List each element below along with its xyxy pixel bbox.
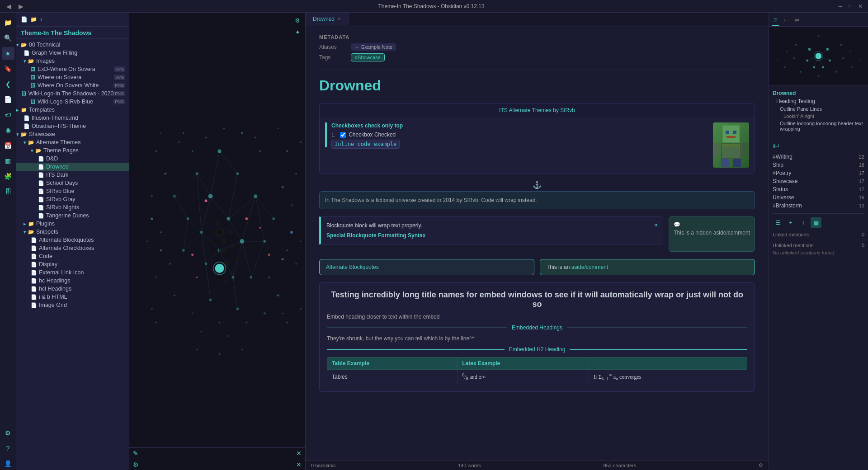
- svg-point-87: [211, 249, 215, 252]
- tree-item-sirvb-gray[interactable]: 📄 SIRvb Gray: [16, 195, 129, 203]
- outline-item-drowned[interactable]: Drowned: [773, 89, 864, 97]
- ribbon-puzzle-icon[interactable]: 🧩: [2, 170, 14, 183]
- tab-drowned[interactable]: Drowned ✕: [306, 13, 349, 25]
- graph-close2-icon[interactable]: ✕: [296, 461, 302, 468]
- rp-plus-icon[interactable]: +: [785, 217, 796, 228]
- tree-item-code[interactable]: 📄 Code: [16, 252, 129, 260]
- tag-row-ship[interactable]: Ship 18: [773, 161, 864, 169]
- tree-item-display[interactable]: 📄 Display: [16, 260, 129, 268]
- its-alternate-themes-link[interactable]: ITS Alternate Themes by SIRvb: [499, 107, 575, 113]
- tree-item-hc-headings[interactable]: 📄 hc Headings: [16, 277, 129, 285]
- sort-icon[interactable]: ↕: [40, 16, 42, 23]
- tag-row-universe[interactable]: Universe 16: [773, 193, 864, 202]
- outline-item-lookin-alright[interactable]: Lookin' Alright: [773, 113, 864, 120]
- ribbon-archive-icon[interactable]: 🗄: [2, 185, 14, 198]
- minimize-button[interactable]: ─: [837, 3, 844, 9]
- aside-link[interactable]: aside/comment: [571, 264, 608, 270]
- blockquote-special: Special Blockquote Formatting Syntax: [326, 232, 649, 239]
- settings-icon-bottom[interactable]: ⚙: [759, 462, 763, 468]
- ribbon-settings-icon[interactable]: ⚙: [2, 427, 14, 439]
- tree-item-sirvb-blue[interactable]: 📄 SIRvb Blue: [16, 187, 129, 195]
- graph-settings-icon[interactable]: ⚙: [292, 15, 302, 25]
- folder-open-icon-4: ▾: [24, 140, 26, 146]
- tree-item-image-grid[interactable]: 📄 Image Grid: [16, 301, 129, 309]
- tree-item-images[interactable]: ▾ 📂 Images: [16, 57, 129, 65]
- tag-row-writing[interactable]: #Writing 22: [773, 153, 864, 161]
- ribbon-calendar-icon[interactable]: 📅: [2, 139, 14, 152]
- outline-item-long-header[interactable]: Outline loooong looooong header text wra…: [773, 120, 864, 132]
- tab-backlinks-icon[interactable]: ←: [781, 14, 791, 26]
- forward-button[interactable]: ▶: [17, 3, 25, 10]
- ribbon-star-icon[interactable]: ★: [2, 47, 14, 60]
- ribbon-chevron-icon[interactable]: ❮: [2, 78, 14, 90]
- ribbon-tag-icon[interactable]: 🏷: [2, 108, 14, 121]
- tree-item-graph-view-filling[interactable]: 📄 Graph View Filling: [16, 49, 129, 57]
- tree-item-drowned[interactable]: 📄 Drowned: [16, 163, 129, 171]
- tree-item-its-dark[interactable]: 📄 ITS Dark: [16, 171, 129, 179]
- graph-pencil-icon[interactable]: ✎: [133, 450, 138, 457]
- svg-point-98: [205, 199, 208, 202]
- ribbon-note-icon[interactable]: 📄: [2, 93, 14, 106]
- checkboxes-heading: Checkboxes check only top: [331, 122, 708, 129]
- tree-item-hcl-headings[interactable]: 📄 hcl Headings: [16, 285, 129, 293]
- rp-grid-icon[interactable]: ▦: [811, 217, 821, 228]
- back-button[interactable]: ◀: [5, 3, 13, 10]
- tag-row-poetry[interactable]: #Poetry 17: [773, 169, 864, 177]
- tag-row-brainstorm[interactable]: #Brainstorm 10: [773, 202, 864, 210]
- rp-up-icon[interactable]: ↑: [798, 217, 809, 228]
- ribbon-bookmark-icon[interactable]: 🔖: [2, 62, 14, 75]
- svg-point-57: [268, 277, 270, 278]
- tree-item-snippets[interactable]: ▾ 📂 Snippets: [16, 228, 129, 236]
- ribbon-table-icon[interactable]: ▦: [2, 155, 14, 167]
- outline-item-heading-testing[interactable]: Heading Testing: [773, 97, 864, 105]
- tags-value[interactable]: #Showcase: [351, 53, 385, 61]
- backlinks-count[interactable]: 0 backlinks: [311, 463, 335, 468]
- ribbon-search-icon[interactable]: 🔍: [2, 32, 14, 44]
- tree-item-where-sovera-white[interactable]: 🖼 Where On Sovera White PNG: [16, 81, 129, 89]
- tree-item-i-b-html[interactable]: 📄 i & b HTML: [16, 293, 129, 301]
- tag-row-status[interactable]: Status 17: [773, 185, 864, 193]
- ribbon-help-icon[interactable]: ?: [2, 442, 14, 455]
- maximize-button[interactable]: □: [847, 3, 854, 9]
- tree-item-wiki-logo-sirvb[interactable]: 🖼 Wiki-Logo-SIRvb-Blue PNG: [16, 98, 129, 106]
- tree-item-alt-checkboxes[interactable]: 📄 Alternate Checkboxes: [16, 244, 129, 252]
- close-button[interactable]: ✕: [857, 3, 863, 9]
- tree-item-00-technical[interactable]: ▾ 📂 00 Technical: [16, 41, 129, 49]
- tree-item-obsidian-its[interactable]: 📄 Obsidian--ITS-Theme: [16, 122, 129, 130]
- tree-item-theme-pages[interactable]: ▾ 📂 Theme Pages: [16, 146, 129, 155]
- linked-mentions-header: Linked mentions 0: [773, 232, 864, 237]
- tree-item-tangerine[interactable]: 📄 Tangerine Dunes: [16, 212, 129, 220]
- tag-row-showcase[interactable]: Showcase 17: [773, 177, 864, 185]
- graph-filter-icon[interactable]: ✦: [292, 27, 302, 37]
- rp-list-icon[interactable]: ☰: [773, 217, 783, 228]
- tree-item-illusion[interactable]: 📄 Illusion-Theme.md: [16, 114, 129, 122]
- tree-item-templates[interactable]: ▸ 📁 Templates: [16, 106, 129, 114]
- ribbon-graph-icon[interactable]: ◉: [2, 124, 14, 136]
- tree-item-wiki-logo[interactable]: 🖼 Wiki-Logo-In The Shadows - 2020 PNG: [16, 89, 129, 98]
- tree-item-alt-blockquotes[interactable]: 📄 Alternate Blockquotes: [16, 236, 129, 244]
- tree-item-external-link[interactable]: 📄 External Link Icon: [16, 268, 129, 277]
- graph-settings2-icon[interactable]: ⚙: [133, 461, 139, 468]
- tab-close-icon[interactable]: ✕: [337, 16, 341, 21]
- tree-item-plugins[interactable]: ▸ 📁 Plugins: [16, 220, 129, 228]
- tree-item-school-days[interactable]: 📄 School Days: [16, 179, 129, 187]
- tree-item-showcase[interactable]: ▾ 📂 Showcase: [16, 130, 129, 138]
- ribbon-files-icon[interactable]: 📁: [2, 16, 14, 29]
- file-icon-2: 📄: [24, 115, 30, 121]
- tree-item-alternate-themes[interactable]: ▾ 📂 Alternate Themes: [16, 138, 129, 146]
- tree-item-sirvb-nights[interactable]: 📄 SIRvb Nights: [16, 203, 129, 212]
- ribbon-user-icon[interactable]: 👤: [2, 457, 14, 470]
- graph-view-panel: Graph View ⚙ ✦: [129, 13, 306, 470]
- graph-close-icon[interactable]: ✕: [296, 450, 302, 457]
- new-file-icon[interactable]: 📄: [21, 16, 28, 23]
- tree-item-dnd[interactable]: 📄 D&D: [16, 155, 129, 163]
- tab-outgoing-icon[interactable]: ⇌: [793, 14, 802, 26]
- outline-item-outline-pane[interactable]: Outline Pane Lines: [773, 105, 864, 113]
- tab-properties-icon[interactable]: ≡: [772, 14, 779, 26]
- svg-point-114: [241, 349, 243, 350]
- checkbox-1[interactable]: [340, 132, 346, 138]
- tree-item-exd[interactable]: 🖼 ExD-Where On Sovera SVG: [16, 65, 129, 73]
- tree-item-where-sovera[interactable]: 🖼 Where on Sovera SVG: [16, 73, 129, 81]
- tag-showcase-label: Showcase: [773, 178, 797, 184]
- new-folder-icon[interactable]: 📁: [30, 16, 37, 23]
